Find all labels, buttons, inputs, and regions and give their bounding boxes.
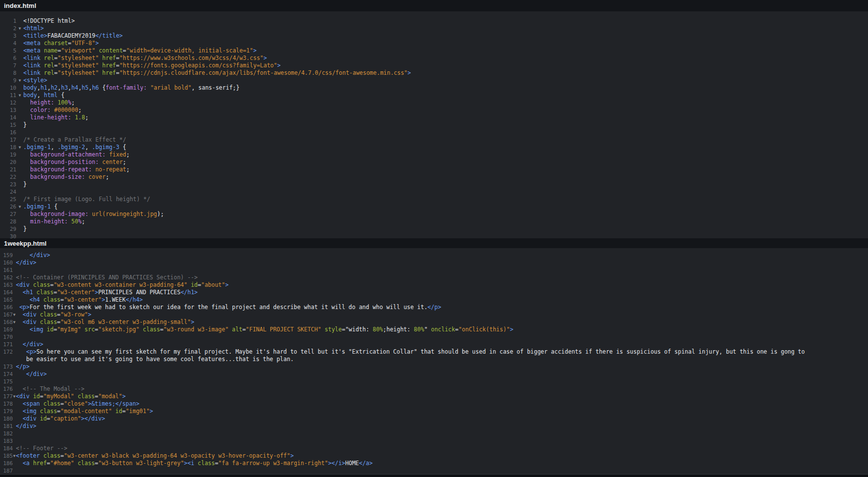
code-text: background-attachment: fixed; [23,151,130,159]
code-text: } [23,121,27,129]
code-line: 170 [0,333,868,341]
code-line: 10body,h1,h2,h3,h4,h5,h6 {font-family: "… [0,84,868,92]
line-number: 174 [0,371,13,378]
line-number: 27 [0,211,16,218]
line-number: 186 [0,460,13,467]
code-text: </div> [16,341,43,348]
bottom-scrollbar-track[interactable] [0,474,868,477]
code-text: <title>FABACADEMY2019</title> [23,32,123,40]
code-line: be easier to use and it's going to have … [0,356,868,363]
fold-spacer [16,173,23,181]
fold-spacer [13,266,16,274]
line-number: 18 [0,144,16,151]
line-number: 22 [0,173,16,181]
code-line: 21 background-repeat: no-repeat; [0,166,868,173]
line-number: 160 [0,259,13,266]
fold-arrow-icon[interactable]: ▼ [16,25,23,32]
line-number: 162 [0,274,13,281]
code-line: 163<div class="w3-content w3-container w… [0,281,868,289]
line-number: 25 [0,196,16,203]
code-line: 187 [0,467,868,474]
code-line: 28 min-height: 50%; [0,218,868,225]
code-line: 3<title>FABACADEMY2019</title> [0,32,868,40]
fold-spacer [13,430,16,437]
code-line: 16 [0,129,868,136]
fold-arrow-icon[interactable]: ▼ [16,144,23,151]
fold-spacer [16,69,23,77]
line-number: 177 [0,393,13,400]
line-number: 10 [0,84,16,92]
code-text: <h1 class="w3-center">PRINCIPLES AND PRA… [16,289,198,296]
line-number: 170 [0,333,13,341]
code-text: background-image: url(rowingeight.jpg); [23,211,164,218]
code-text: /* Create a Parallax Effect */ [23,136,126,144]
line-number: 4 [0,40,16,47]
fold-spacer [16,218,23,225]
line-number: 2 [0,25,16,32]
pane-code[interactable]: 159 </div>160</div>161162<!-- Container … [0,248,868,474]
line-number: 8 [0,69,16,77]
editor-pane-index-html: index.html 1<!DOCTYPE html>2▼<html>3<tit… [0,0,868,238]
tab-1weekpp-html[interactable]: 1weekpp.html [4,240,47,247]
fold-arrow-icon[interactable]: ▼ [16,77,23,84]
code-text: </div> [16,423,37,430]
code-line: 168▼ <div class="w3-col m6 w3-center w3-… [0,318,868,326]
fold-spacer [13,378,16,385]
fold-arrow-icon[interactable]: ▼ [16,92,23,99]
line-number: 167 [0,311,13,318]
tab-index-html[interactable]: index.html [4,2,36,9]
code-text: <h4 class="w3-center">1.WEEK</h4> [16,296,143,304]
code-line: 174 </div> [0,371,868,378]
code-text: <html> [23,25,44,32]
line-number: 187 [0,467,13,474]
fold-spacer [16,32,23,40]
code-text: <img id="myImg" src="sketch.jpg" class="… [16,326,513,333]
line-number: 182 [0,430,13,437]
code-line: 171 </div> [0,341,868,348]
code-text: </div> [16,371,47,378]
line-number: 12 [0,99,16,106]
code-text: } [23,225,27,233]
line-number: 183 [0,437,13,445]
code-text: <!-- The Modal --> [16,385,84,393]
code-text: </div> [16,259,37,266]
code-text: height: 100%; [23,99,75,106]
code-text: <style> [23,77,47,84]
code-text: <link rel="stylesheet" href="https://www… [23,54,267,62]
code-line: 169 <img id="myImg" src="sketch.jpg" cla… [0,326,868,333]
line-number: 1 [0,17,16,25]
line-number: 173 [0,363,13,371]
line-number: 159 [0,252,13,259]
code-text: be easier to use and it's going to have … [16,356,294,363]
code-line: 179 <img class="modal-content" id="img01… [0,408,868,415]
code-text: background-position: center; [23,159,126,166]
fold-spacer [16,129,23,136]
fold-spacer [13,437,16,445]
code-line: 160</div> [0,259,868,266]
fold-spacer [16,121,23,129]
line-number: 171 [0,341,13,348]
pane-code[interactable]: 1<!DOCTYPE html>2▼<html>3<title>FABACADE… [0,11,868,238]
code-line: 9▼<style> [0,77,868,84]
code-line: 12 height: 100%; [0,99,868,106]
line-number: 23 [0,181,16,188]
line-number: 30 [0,233,16,238]
code-line: 15} [0,121,868,129]
fold-arrow-icon[interactable]: ▼ [16,203,23,211]
fold-spacer [16,211,23,218]
line-number: 28 [0,218,16,225]
fold-spacer [16,54,23,62]
fold-spacer [16,99,23,106]
code-line: 182 [0,430,868,437]
code-text: <footer class="w3-center w3-black w3-pad… [16,452,294,460]
code-line: 185▼<footer class="w3-center w3-black w3… [0,452,868,460]
code-text: /* First image (Logo. Full height) */ [23,196,150,203]
fold-spacer [13,333,16,341]
code-line: 17/* Create a Parallax Effect */ [0,136,868,144]
editor-pane-1weekpp-html: 1weekpp.html 159 </div>160</div>161162<!… [0,238,868,474]
code-line: 27 background-image: url(rowingeight.jpg… [0,211,868,218]
code-line: 18▼.bgimg-1, .bgimg-2, .bgimg-3 { [0,144,868,151]
line-number: 181 [0,423,13,430]
fold-spacer [16,166,23,173]
line-number: 3 [0,32,16,40]
